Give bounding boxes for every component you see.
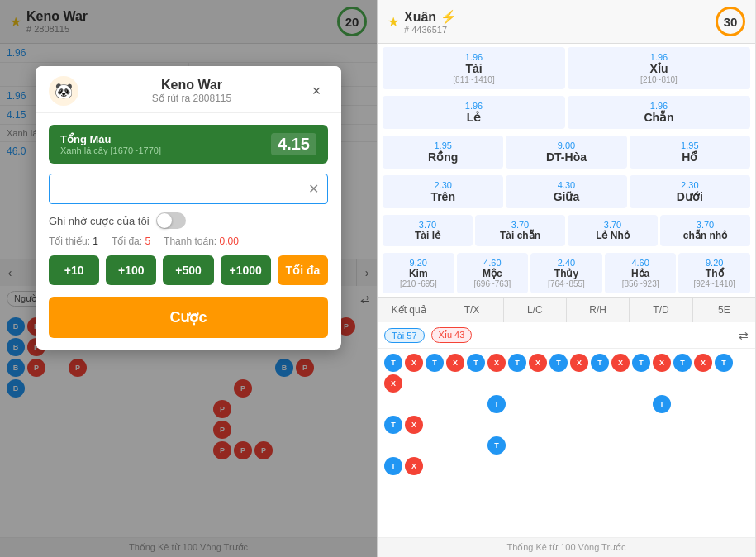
moc-odds: 4.60	[459, 258, 527, 268]
ball: X	[405, 457, 423, 475]
hoa-sub: [856~923]	[606, 279, 675, 288]
cell-chan-nho[interactable]: 3.70 chẵn nhỏ	[660, 215, 750, 246]
ball: T	[632, 354, 650, 372]
tab-rh-right[interactable]: R/H	[567, 298, 630, 322]
cell-le-nho[interactable]: 3.70 Lẻ Nhỏ	[568, 215, 658, 246]
kim-sub: [210~695]	[384, 279, 453, 288]
right-header-text: Xuân ⚡ # 4436517	[404, 9, 457, 35]
bet-type-info: Tổng Màu Xanh lá cây [1670~1770]	[60, 133, 161, 155]
tho-label: Thổ	[680, 268, 749, 279]
cell-dt-hoa[interactable]: 9.00 DT-Hòa	[506, 136, 626, 169]
hoa-odds: 4.60	[606, 258, 675, 268]
cell-tai-chan[interactable]: 3.70 Tài chẵn	[475, 215, 565, 246]
swap-icon-right[interactable]: ⇄	[739, 329, 749, 342]
ball: T	[715, 354, 733, 372]
chan-label: Chẵn	[569, 111, 749, 124]
modal-subtitle: Số rút ra 2808115	[78, 93, 305, 104]
cell-duoi[interactable]: 2.30 Dưới	[630, 175, 750, 208]
cell-le[interactable]: 1.96 Lẻ	[383, 96, 565, 129]
tab-td-right[interactable]: T/D	[630, 298, 692, 322]
quick-btn-500[interactable]: +500	[163, 255, 213, 285]
tab-kq-right[interactable]: Kết quả	[378, 298, 440, 322]
bet-submit-button[interactable]: Cược	[49, 297, 328, 338]
cell-tho[interactable]: 9.20 Thổ [924~1410]	[678, 253, 750, 293]
cell-ho[interactable]: 1.95 Hổ	[630, 136, 750, 169]
tai-le-odds: 3.70	[384, 220, 471, 230]
row-rong-hoa-ho: 1.95 Rồng 9.00 DT-Hòa 1.95 Hổ	[379, 132, 754, 172]
tai-chan-label: Tài chẵn	[477, 230, 563, 241]
ball: T	[591, 354, 609, 372]
ball: X	[529, 354, 547, 372]
cell-tren[interactable]: 2.30 Trên	[383, 175, 503, 208]
modal-body: Tổng Màu Xanh lá cây [1670~1770] 4.15 ✕ …	[36, 113, 341, 350]
thuy-sub: [764~855]	[532, 279, 601, 288]
ball: X	[570, 354, 588, 372]
cell-rong[interactable]: 1.95 Rồng	[383, 136, 503, 169]
cell-tai-le[interactable]: 3.70 Tài lẻ	[383, 215, 473, 246]
right-badge: 30	[716, 7, 745, 36]
ball: T	[467, 354, 485, 372]
tai-chan-odds: 3.70	[477, 220, 563, 230]
remember-row: Ghi nhớ cược của tôi	[49, 212, 328, 229]
ball: T	[508, 354, 526, 372]
quick-btn-max[interactable]: Tối đa	[278, 255, 328, 285]
quick-btn-100[interactable]: +100	[106, 255, 156, 285]
chan-odds: 1.96	[569, 101, 749, 111]
cell-kim[interactable]: 9.20 Kim [210~695]	[383, 253, 454, 293]
dt-hoa-label: DT-Hòa	[507, 150, 625, 164]
remember-toggle[interactable]	[156, 212, 186, 229]
thuy-label: Thủy	[532, 268, 601, 279]
ho-odds: 1.95	[631, 140, 749, 150]
right-footer: Thống Kê từ 100 Vòng Trước	[378, 537, 755, 557]
ball: T	[426, 354, 444, 372]
hoa-label: Hỏa	[606, 268, 675, 279]
bet-amount-input[interactable]	[50, 175, 300, 203]
ball: X	[384, 374, 402, 393]
quick-btn-10[interactable]: +10	[49, 255, 99, 285]
duoi-odds: 2.30	[631, 180, 749, 190]
cell-chan[interactable]: 1.96 Chẵn	[568, 96, 750, 129]
row-tren-giua-duoi: 2.30 Trên 4.30 Giữa 2.30 Dưới	[379, 172, 754, 212]
stat-tai: Tài 57	[384, 328, 425, 343]
cell-xiu[interactable]: 1.96 Xỉu [210~810]	[568, 47, 750, 89]
moc-label: Mộc	[459, 268, 527, 279]
ball: X	[405, 354, 423, 372]
ball: T	[487, 395, 506, 413]
modal-overlay[interactable]: 🐼 Keno War Số rút ra 2808115 × Tổng Màu …	[0, 0, 377, 557]
modal-title: Keno War	[78, 78, 305, 93]
tab-5e-right[interactable]: 5E	[693, 298, 755, 322]
ball: T	[384, 416, 402, 434]
cell-hoa[interactable]: 4.60 Hỏa [856~923]	[605, 253, 677, 293]
right-ball-grid: T X T X T X T X T X T X T X T X T X T	[378, 349, 755, 537]
xiu-sub: [210~810]	[569, 75, 749, 84]
right-title: Xuân ⚡	[404, 9, 457, 25]
quick-btns: +10 +100 +500 +1000 Tối đa	[49, 255, 328, 285]
ball: X	[611, 354, 630, 372]
cell-thuy[interactable]: 2.40 Thủy [764~855]	[530, 253, 602, 293]
bet-input-clear-button[interactable]: ✕	[300, 174, 327, 203]
pay-limit: Thanh toán: 0.00	[164, 236, 239, 247]
modal-close-button[interactable]: ×	[305, 79, 328, 102]
tab-tx-right[interactable]: T/X	[440, 298, 503, 322]
cell-tai[interactable]: 1.96 Tài [811~1410]	[383, 47, 565, 89]
row-le-chan: 1.96 Lẻ 1.96 Chẵn	[379, 93, 754, 132]
giua-odds: 4.30	[507, 180, 625, 190]
cell-moc[interactable]: 4.60 Mộc [696~763]	[457, 253, 529, 293]
quick-btn-1000[interactable]: +1000	[221, 255, 271, 285]
ball: T	[549, 354, 568, 372]
remember-label: Ghi nhớ cược của tôi	[49, 215, 150, 227]
modal-header-center: Keno War Số rút ra 2808115	[78, 78, 305, 104]
right-tabs: Kết quả T/X L/C R/H T/D 5E	[378, 297, 755, 322]
le-label: Lẻ	[384, 111, 563, 124]
tren-label: Trên	[384, 190, 502, 203]
tho-odds: 9.20	[680, 258, 749, 268]
left-panel: ★ Keno War # 2808115 20 1.96 1.96 1.96 1…	[0, 0, 378, 557]
bet-type-row: Tổng Màu Xanh lá cây [1670~1770] 4.15	[49, 125, 328, 164]
ball: X	[487, 354, 506, 372]
tren-odds: 2.30	[384, 180, 502, 190]
right-stats-bar: Tài 57 Xỉu 43 ⇄	[378, 322, 755, 349]
right-star-icon: ★	[388, 14, 399, 30]
le-nho-label: Lẻ Nhỏ	[569, 230, 656, 241]
tab-lc-right[interactable]: L/C	[504, 298, 567, 322]
cell-giua[interactable]: 4.30 Giữa	[506, 175, 626, 208]
